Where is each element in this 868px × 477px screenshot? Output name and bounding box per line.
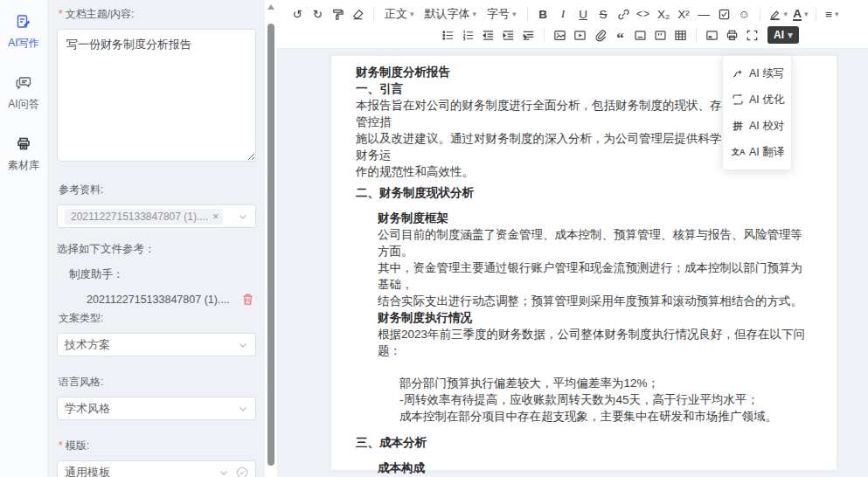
- indent-increase-icon: [502, 29, 515, 42]
- blockquote-button[interactable]: “: [610, 26, 630, 45]
- code-snippet-button[interactable]: [650, 26, 670, 45]
- video-icon: [573, 29, 587, 42]
- format-painter-button[interactable]: [328, 5, 348, 24]
- template-label: *模版:: [59, 439, 256, 453]
- code-block-button[interactable]: [630, 26, 650, 45]
- nav-rail: AI写作 AI问答 素材库: [0, 0, 48, 477]
- strikethrough-button[interactable]: S: [594, 5, 614, 24]
- toolbar-separator: [696, 29, 697, 42]
- tag-close-icon[interactable]: ×: [212, 211, 219, 222]
- print-button[interactable]: [722, 26, 742, 45]
- nav-item-ai-writing[interactable]: AI写作: [0, 14, 47, 51]
- indent-decrease-button[interactable]: [478, 26, 498, 45]
- trash-icon[interactable]: [241, 293, 254, 306]
- chat-bubbles-icon: [16, 75, 31, 94]
- menu-item-ai-proofread[interactable]: 拼 AI 校对: [723, 113, 791, 139]
- writing-form-panel: *文档主题/内容: 写一份财务制度分析报告 参考资料: 202112271513…: [48, 0, 265, 477]
- nav-label: AI问答: [8, 97, 38, 112]
- ai-translate-icon: 文A: [732, 147, 744, 158]
- bold-button[interactable]: B: [533, 5, 553, 24]
- print-icon: [726, 29, 739, 42]
- task-checkbox-button[interactable]: [714, 5, 734, 24]
- panel-scrollbar[interactable]: [265, 0, 277, 477]
- ordered-list-button[interactable]: [458, 26, 478, 45]
- code-block-icon: [634, 29, 647, 42]
- nav-item-material-library[interactable]: 素材库: [0, 136, 47, 173]
- scroll-up-arrow-icon[interactable]: [267, 4, 274, 10]
- menu-item-ai-translate[interactable]: 文A AI 翻译: [723, 139, 791, 165]
- caret-down-icon: ▾: [473, 10, 477, 18]
- attachment-button[interactable]: [590, 26, 610, 45]
- material-library-icon: [16, 136, 31, 156]
- toolbar-separator: [544, 29, 545, 42]
- paperclip-icon: [594, 29, 607, 42]
- style-label: 语言风格:: [59, 375, 256, 390]
- inline-code-button[interactable]: <>: [634, 5, 654, 24]
- menu-item-ai-continue[interactable]: AI 续写: [723, 60, 791, 86]
- bullet-list-button[interactable]: [438, 26, 458, 45]
- hanging-indent-button[interactable]: [518, 26, 538, 45]
- ai-continue-icon: [732, 67, 744, 80]
- table-icon: [674, 29, 687, 42]
- superscript-button[interactable]: X²: [674, 5, 694, 24]
- bullet-list-icon: [441, 29, 455, 42]
- subscript-button[interactable]: X₂: [654, 5, 674, 24]
- emoji-button[interactable]: ☺: [734, 5, 754, 24]
- style-select[interactable]: 学术风格: [57, 397, 256, 420]
- file-reference-section-label: 选择如下文件参考：: [57, 242, 256, 257]
- indent-increase-button[interactable]: [498, 26, 518, 45]
- reference-file-name: 2021122715133847807 (1)....: [87, 294, 241, 306]
- caret-down-icon: ▾: [835, 10, 839, 18]
- check-circle-icon[interactable]: [236, 467, 248, 477]
- image-icon: [553, 29, 566, 42]
- horizontal-rule-button[interactable]: —: [694, 5, 714, 24]
- insert-image-button[interactable]: [550, 26, 570, 45]
- topic-input[interactable]: 写一份财务制度分析报告: [57, 29, 256, 162]
- doc-type-select[interactable]: 技术方案: [57, 333, 256, 356]
- editor-content-area: 财务制度分析报告 一、引言 本报告旨在对公司的财务制度进行全面分析，包括财务制度…: [277, 49, 868, 477]
- toolbar-separator: [816, 8, 816, 21]
- link-button[interactable]: [614, 5, 634, 24]
- underline-button[interactable]: U: [573, 5, 594, 24]
- insert-video-button[interactable]: [570, 26, 590, 45]
- align-dropdown[interactable]: ≡ ▾: [822, 5, 842, 24]
- reference-select[interactable]: 2021122715133847807 (1).... ×: [57, 204, 256, 228]
- clear-format-button[interactable]: [348, 5, 368, 24]
- nav-item-ai-qa[interactable]: AI问答: [0, 75, 47, 112]
- indent-decrease-icon: [482, 29, 495, 42]
- ai-optimize-icon: [732, 93, 744, 106]
- nav-label: AI写作: [8, 36, 38, 51]
- doc-subheading-cost-structure: 成本构成: [378, 460, 812, 476]
- doc-list-item: 部分部门预算执行偏差较大，平均偏差率为12%；: [399, 375, 812, 391]
- fullscreen-button[interactable]: [742, 26, 762, 45]
- chevron-down-icon: [238, 211, 248, 222]
- font-color-icon: A: [793, 8, 802, 21]
- checkbox-icon: [718, 8, 731, 21]
- font-family-dropdown[interactable]: 默认字体▾: [420, 5, 483, 24]
- doc-type-value: 技术方案: [65, 337, 238, 353]
- toolbar-separator: [760, 8, 760, 21]
- chevron-down-icon: [219, 467, 229, 477]
- menu-item-ai-optimize[interactable]: AI 优化: [723, 86, 791, 113]
- undo-button[interactable]: ↺: [288, 5, 308, 24]
- hanging-indent-icon: [522, 29, 535, 42]
- required-mark: *: [59, 439, 63, 452]
- redo-button[interactable]: ↻: [308, 5, 328, 24]
- font-size-dropdown[interactable]: 字号▾: [482, 5, 522, 24]
- reference-file-row: 2021122715133847807 (1)....: [87, 293, 256, 306]
- insert-table-button[interactable]: [670, 26, 691, 45]
- paragraph-style-dropdown[interactable]: 正文▾: [379, 5, 420, 24]
- redo-icon: ↻: [313, 7, 323, 21]
- caret-down-icon: ▾: [784, 10, 788, 18]
- doc-subheading-execution: 财务制度执行情况: [378, 309, 812, 326]
- scrollbar-thumb[interactable]: [267, 24, 274, 466]
- font-color-dropdown[interactable]: A ▾: [790, 5, 810, 24]
- doc-heading-cost: 三、成本分析: [356, 434, 812, 451]
- doc-paragraph-line: 根据2023年前三季度的财务数据，公司整体财务制度执行情况良好，但存在以下问题：: [378, 326, 812, 359]
- highlight-color-dropdown[interactable]: ▾: [766, 5, 791, 24]
- ai-actions-menu: AI 续写 AI 优化 拼 AI 校对 文A AI 翻译: [722, 55, 792, 170]
- ai-dropdown-button[interactable]: AI ▾: [767, 26, 799, 44]
- template-select[interactable]: 通用模板: [57, 460, 256, 477]
- italic-button[interactable]: I: [553, 5, 573, 24]
- layout-mode-button[interactable]: [702, 26, 722, 45]
